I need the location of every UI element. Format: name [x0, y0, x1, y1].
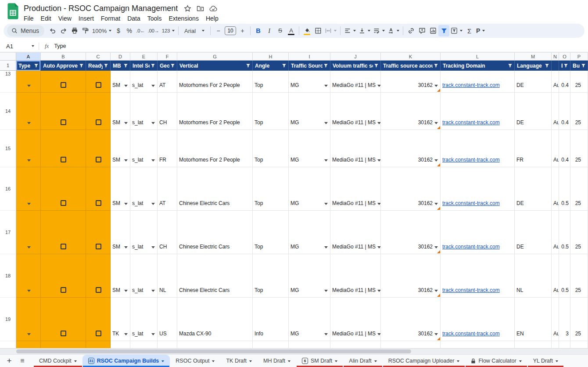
- vertical-align-button[interactable]: [357, 25, 372, 36]
- cell-F-next[interactable]: [158, 341, 177, 348]
- cell-C18[interactable]: [86, 254, 111, 298]
- column-header-F[interactable]: F: [158, 53, 177, 61]
- cell-D14[interactable]: SM: [111, 93, 130, 130]
- intel-source-dropdown-caret[interactable]: [151, 333, 155, 335]
- cell-M18[interactable]: NL: [515, 254, 552, 298]
- account-dropdown-caret[interactable]: [434, 333, 438, 335]
- intel-source-dropdown-caret[interactable]: [151, 85, 155, 87]
- cell-E17[interactable]: s_lat: [130, 211, 158, 254]
- header-filter-icon[interactable]: [545, 63, 549, 68]
- menu-format[interactable]: Format: [97, 14, 124, 23]
- menu-help[interactable]: Help: [202, 14, 222, 23]
- type-dropdown-caret[interactable]: [27, 246, 31, 248]
- cell-E14[interactable]: s_lat: [130, 93, 158, 130]
- column-header-E[interactable]: E: [130, 53, 158, 61]
- header-filter-icon[interactable]: [282, 63, 287, 68]
- cell-C17[interactable]: [86, 211, 111, 254]
- traffic-source-dropdown-caret[interactable]: [324, 159, 328, 162]
- traffic-source-dropdown-caret[interactable]: [324, 290, 328, 292]
- tab-menu-caret-icon[interactable]: [519, 360, 522, 362]
- cell-N15[interactable]: Au: [552, 130, 559, 167]
- type-dropdown-caret[interactable]: [27, 203, 31, 205]
- column-header-J[interactable]: J: [330, 53, 381, 61]
- cell-M19[interactable]: EN: [515, 298, 552, 341]
- traffic-source-dropdown-caret[interactable]: [324, 203, 328, 205]
- traffic-source-dropdown-caret[interactable]: [324, 333, 328, 335]
- cell-O16[interactable]: 0.5: [559, 167, 570, 211]
- row-header-19[interactable]: 19: [0, 298, 16, 341]
- cell-L19[interactable]: track.constant-track.com: [441, 298, 515, 341]
- cell-M17[interactable]: DE: [515, 211, 552, 254]
- cell-I13[interactable]: MG: [289, 71, 330, 93]
- header-filter-icon[interactable]: [374, 63, 379, 68]
- header-filter-icon[interactable]: [151, 63, 155, 68]
- cell-C13[interactable]: [86, 71, 111, 93]
- header-filter-icon[interactable]: [563, 63, 568, 68]
- traffic-source-dropdown-caret[interactable]: [324, 85, 328, 87]
- text-wrap-button[interactable]: [372, 25, 386, 36]
- document-title[interactable]: Production - RSOC Campaign Management: [24, 4, 178, 13]
- cell-A14[interactable]: [16, 93, 41, 130]
- account-dropdown-caret[interactable]: [434, 203, 438, 205]
- header-cell-I[interactable]: Traffic Source: [289, 61, 330, 71]
- ready-checkbox[interactable]: [96, 82, 101, 88]
- mb-dropdown-caret[interactable]: [124, 203, 128, 205]
- tab-menu-caret-icon[interactable]: [335, 360, 337, 362]
- cell-B15[interactable]: [41, 130, 86, 167]
- select-all-corner[interactable]: [0, 53, 16, 61]
- header-cell-G[interactable]: Vertical: [177, 61, 253, 71]
- cell-F18[interactable]: NL: [158, 254, 177, 298]
- cell-G15[interactable]: Motorhomes For 2 People: [177, 130, 253, 167]
- ready-checkbox[interactable]: [96, 157, 101, 162]
- cell-L13[interactable]: track.constant-track.com: [441, 71, 515, 93]
- cell-K13[interactable]: 30162: [381, 71, 441, 93]
- type-dropdown-caret[interactable]: [27, 290, 31, 292]
- header-cell-H[interactable]: Angle: [253, 61, 289, 71]
- header-cell-F[interactable]: Geo: [158, 61, 177, 71]
- cell-J14[interactable]: MediaGo #11 | MS: [330, 93, 381, 130]
- cell-A15[interactable]: [16, 130, 41, 167]
- cell-F13[interactable]: AT: [158, 71, 177, 93]
- cell-B19[interactable]: [41, 298, 86, 341]
- cell-K16[interactable]: 30162: [381, 167, 441, 211]
- cell-P17[interactable]: 25: [570, 211, 588, 254]
- cell-E15[interactable]: s_lat: [130, 130, 158, 167]
- auto-approve-checkbox[interactable]: [61, 244, 66, 249]
- cell-L16[interactable]: track.constant-track.com: [441, 167, 515, 211]
- cell-B13[interactable]: [41, 71, 86, 93]
- cell-D13[interactable]: SM: [111, 71, 130, 93]
- increase-decimal-button[interactable]: .00→: [146, 25, 160, 36]
- cell-E16[interactable]: s_lat: [130, 167, 158, 211]
- format-percent-button[interactable]: %: [124, 25, 135, 36]
- fill-color-button[interactable]: [301, 25, 312, 36]
- cell-L-next[interactable]: [441, 341, 515, 348]
- tracking-domain-link[interactable]: track.constant-track.com: [442, 331, 500, 337]
- redo-button[interactable]: [58, 25, 69, 36]
- zoom-select[interactable]: 100%: [91, 25, 113, 36]
- formula-input[interactable]: Type: [54, 43, 66, 49]
- header-cell-M[interactable]: Language: [515, 61, 552, 71]
- cell-B16[interactable]: [41, 167, 86, 211]
- sheet-tab-rsoc-output[interactable]: RSOC Output: [170, 355, 220, 367]
- header-filter-icon[interactable]: [581, 63, 586, 68]
- tracking-domain-link[interactable]: track.constant-track.com: [442, 287, 500, 293]
- column-header-K[interactable]: K: [381, 53, 441, 61]
- account-dropdown-caret[interactable]: [434, 290, 438, 292]
- header-filter-icon[interactable]: [508, 63, 513, 68]
- cell-A-next[interactable]: [16, 341, 41, 348]
- strikethrough-button[interactable]: S: [275, 25, 286, 36]
- cell-J-next[interactable]: [330, 341, 381, 348]
- auto-approve-checkbox[interactable]: [61, 157, 66, 162]
- ready-checkbox[interactable]: [96, 244, 101, 249]
- voluum-dropdown-caret[interactable]: [377, 290, 381, 292]
- header-filter-icon[interactable]: [79, 63, 84, 68]
- row-header-14[interactable]: 14: [0, 93, 16, 130]
- tab-menu-caret-icon[interactable]: [457, 360, 459, 362]
- column-header-G[interactable]: G: [177, 53, 253, 61]
- mb-dropdown-caret[interactable]: [124, 122, 128, 124]
- ready-checkbox[interactable]: [96, 200, 101, 206]
- cell-K18[interactable]: 30162: [381, 254, 441, 298]
- cell-B18[interactable]: [41, 254, 86, 298]
- cell-H15[interactable]: Top: [253, 130, 289, 167]
- account-dropdown-caret[interactable]: [434, 122, 438, 124]
